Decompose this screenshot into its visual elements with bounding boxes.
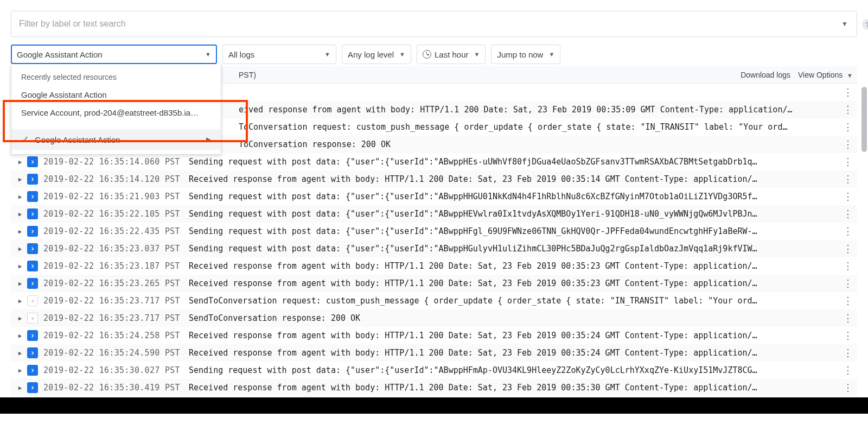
row-menu-icon[interactable]: ⋮ xyxy=(843,365,853,375)
log-message: SendToConversation response: 200 OK xyxy=(189,313,840,323)
row-menu-icon[interactable]: ⋮ xyxy=(843,122,853,132)
chevron-down-icon: ▼ xyxy=(399,51,405,58)
log-row[interactable]: ▶2019-02-22 16:35:23.187 PSTReceived res… xyxy=(11,257,857,275)
controls-row: Google Assistant Action ▼ All logs ▼ Any… xyxy=(11,45,857,64)
log-row[interactable]: ▶2019-02-22 16:35:22.435 PSTSending requ… xyxy=(11,223,857,240)
filter-dropdown-caret[interactable]: ▼ xyxy=(839,18,850,30)
expand-icon[interactable]: ▶ xyxy=(15,176,25,183)
expand-icon[interactable]: ▶ xyxy=(15,384,25,391)
expand-icon[interactable]: ▶ xyxy=(15,159,25,166)
expand-icon[interactable]: ▶ xyxy=(15,245,25,252)
row-menu-icon[interactable]: ⋮ xyxy=(843,87,853,97)
resource-dropdown-label: Google Assistant Action xyxy=(17,50,103,59)
severity-icon xyxy=(27,208,38,219)
expand-icon[interactable]: ▶ xyxy=(15,298,25,305)
log-row[interactable]: ▶2019-02-22 16:35:21.903 PSTSending requ… xyxy=(11,188,857,205)
severity-icon xyxy=(27,243,38,254)
log-row[interactable]: ▶2019-02-22 16:35:14.120 PSTReceived res… xyxy=(11,170,857,188)
log-timestamp: 2019-02-22 16:35:24.590 PST xyxy=(43,348,189,358)
chevron-down-icon: ▼ xyxy=(324,51,330,58)
log-message: Received response from agent with body: … xyxy=(189,279,840,288)
dropdown-section-label: Recently selected resources xyxy=(11,68,221,86)
row-menu-icon[interactable]: ⋮ xyxy=(843,313,853,323)
expand-icon[interactable]: ▶ xyxy=(15,350,25,357)
jump-dropdown[interactable]: Jump to now ▼ xyxy=(491,45,560,64)
row-menu-icon[interactable]: ⋮ xyxy=(843,331,853,340)
log-row[interactable]: ▶2019-02-22 16:35:30.419 PSTReceived res… xyxy=(11,379,857,396)
expand-icon[interactable]: ▶ xyxy=(15,263,25,270)
view-options-dropdown[interactable]: View Options ▼ xyxy=(798,71,853,79)
logs-dropdown[interactable]: All logs ▼ xyxy=(222,45,336,64)
expand-icon[interactable]: ▶ xyxy=(15,228,25,235)
log-message: ToConversation request: custom_push_mess… xyxy=(239,122,840,132)
log-message: Sending request with post data: {"user":… xyxy=(189,157,840,167)
log-row[interactable]: ▶2019-02-22 16:35:23.717 PSTSendToConver… xyxy=(11,292,857,309)
row-menu-icon[interactable]: ⋮ xyxy=(843,296,853,306)
dropdown-recent-item[interactable]: Service Account, prod-204@eatstreet-d835… xyxy=(11,104,221,122)
jump-dropdown-label: Jump to now xyxy=(497,50,543,59)
tz-fragment: PST) xyxy=(239,71,256,79)
severity-icon xyxy=(27,226,38,237)
row-menu-icon[interactable]: ⋮ xyxy=(843,157,853,167)
row-menu-icon[interactable]: ⋮ xyxy=(843,140,853,149)
log-timestamp: 2019-02-22 16:35:24.258 PST xyxy=(43,331,189,340)
log-row[interactable]: ▶2019-02-22 16:35:14.060 PSTSending requ… xyxy=(11,153,857,170)
row-menu-icon[interactable]: ⋮ xyxy=(843,226,853,236)
expand-icon[interactable]: ▶ xyxy=(15,211,25,218)
expand-icon[interactable]: ▶ xyxy=(15,367,25,374)
log-message: Received response from agent with body: … xyxy=(189,383,840,393)
log-row[interactable]: ▶2019-02-22 16:35:30.027 PSTSending requ… xyxy=(11,362,857,379)
log-row[interactable]: ▶2019-02-22 16:35:24.258 PSTReceived res… xyxy=(11,327,857,344)
row-menu-icon[interactable]: ⋮ xyxy=(843,279,853,288)
log-message: Sending request with post data: {"user":… xyxy=(189,244,840,254)
log-timestamp: 2019-02-22 16:35:22.435 PST xyxy=(43,226,189,236)
severity-icon xyxy=(27,261,38,271)
resource-dropdown[interactable]: Google Assistant Action ▼ xyxy=(11,45,217,64)
expand-icon[interactable]: ▶ xyxy=(15,193,25,200)
row-menu-icon[interactable]: ⋮ xyxy=(843,244,853,254)
scrollbar[interactable] xyxy=(861,87,867,320)
row-menu-icon[interactable]: ⋮ xyxy=(843,192,853,201)
expand-icon[interactable]: ▶ xyxy=(15,332,25,339)
time-dropdown[interactable]: Last hour ▼ xyxy=(417,45,486,64)
dropdown-selected-item[interactable]: ✓ Google Assistant Action ▶ xyxy=(11,129,221,150)
severity-icon xyxy=(27,365,38,376)
chevron-down-icon: ▼ xyxy=(474,51,480,58)
expand-icon[interactable]: ▶ xyxy=(15,315,25,322)
log-timestamp: 2019-02-22 16:35:23.187 PST xyxy=(43,261,189,271)
log-row[interactable]: ▶2019-02-22 16:35:23.037 PSTSending requ… xyxy=(11,240,857,257)
row-menu-icon[interactable]: ⋮ xyxy=(843,174,853,184)
filter-bar: ▼ ? xyxy=(11,11,857,37)
row-menu-icon[interactable]: ⋮ xyxy=(843,348,853,358)
scroll-thumb[interactable] xyxy=(861,87,867,152)
log-timestamp: 2019-02-22 16:35:30.419 PST xyxy=(43,383,189,393)
help-icon[interactable]: ? xyxy=(862,19,868,30)
log-row[interactable]: ▶2019-02-22 16:35:24.590 PSTReceived res… xyxy=(11,344,857,362)
dropdown-recent-item[interactable]: Google Assistant Action xyxy=(11,86,221,104)
log-row[interactable]: ▶2019-02-22 16:35:23.717 PSTSendToConver… xyxy=(11,309,857,327)
log-timestamp: 2019-02-22 16:35:30.027 PST xyxy=(43,365,189,375)
filter-input[interactable] xyxy=(18,18,839,29)
time-dropdown-label: Last hour xyxy=(435,50,469,59)
severity-icon xyxy=(27,191,38,202)
severity-icon xyxy=(27,174,38,185)
log-timestamp: 2019-02-22 16:35:23.717 PST xyxy=(43,313,189,323)
severity-icon xyxy=(27,295,38,306)
log-row[interactable]: ▶2019-02-22 16:35:23.265 PSTReceived res… xyxy=(11,275,857,292)
row-menu-icon[interactable]: ⋮ xyxy=(843,209,853,219)
expand-icon[interactable]: ▶ xyxy=(15,280,25,287)
log-message: Sending request with post data: {"user":… xyxy=(189,226,840,236)
log-message: eived response from agent with body: HTT… xyxy=(239,105,840,115)
row-menu-icon[interactable]: ⋮ xyxy=(843,105,853,115)
loglevel-dropdown[interactable]: Any log level ▼ xyxy=(342,45,411,64)
log-timestamp: 2019-02-22 16:35:14.120 PST xyxy=(43,174,189,184)
log-row[interactable]: ▶2019-02-22 16:35:22.105 PSTSending requ… xyxy=(11,205,857,223)
log-message: Sending request with post data: {"user":… xyxy=(189,209,840,219)
log-message: Sending request with post data: {"user":… xyxy=(189,365,840,375)
row-menu-icon[interactable]: ⋮ xyxy=(843,383,853,393)
dropdown-selected-label: Google Assistant Action xyxy=(35,135,120,144)
log-timestamp: 2019-02-22 16:35:23.037 PST xyxy=(43,244,189,254)
row-menu-icon[interactable]: ⋮ xyxy=(843,261,853,271)
log-timestamp: 2019-02-22 16:35:23.717 PST xyxy=(43,296,189,306)
download-logs-link[interactable]: Download logs xyxy=(741,71,790,79)
